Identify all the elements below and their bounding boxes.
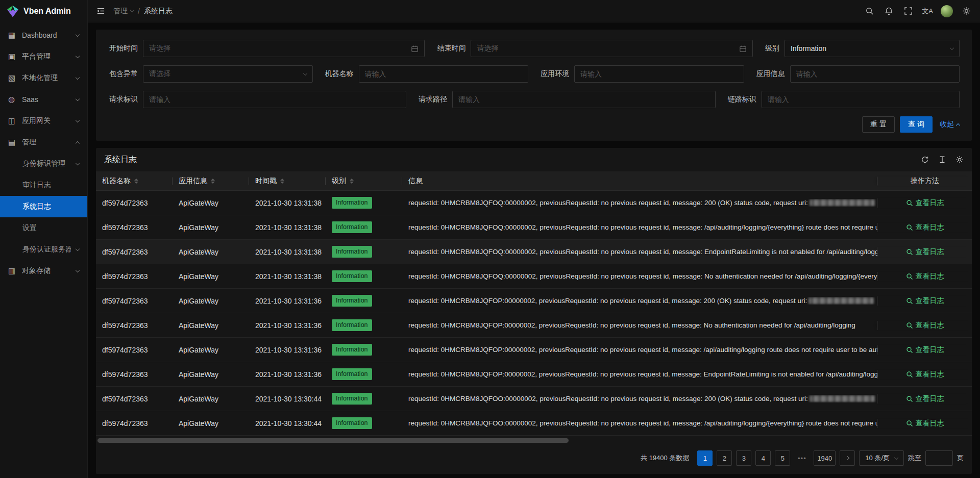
view-log-link[interactable]: 查看日志: [906, 345, 944, 355]
table-toolbar: [921, 156, 964, 164]
level-cell: Information: [326, 319, 402, 331]
notification-bell-icon[interactable]: [879, 0, 898, 22]
column-header-machine-name[interactable]: 机器名称: [96, 177, 173, 186]
menu-fold-icon[interactable]: [91, 0, 110, 22]
sort-icon[interactable]: [350, 179, 354, 184]
column-header-timestamp[interactable]: 时间戳: [249, 177, 326, 186]
page-button[interactable]: •••: [794, 450, 810, 466]
sidebar-item[interactable]: 设置: [0, 217, 87, 239]
view-log-link[interactable]: 查看日志: [906, 223, 944, 232]
app-info-cell: ApiGateWay: [173, 248, 249, 256]
table-row: df5974d72363 ApiGateWay 2021-10-30 13:31…: [96, 313, 972, 338]
chevron-down-icon: [76, 32, 80, 36]
app-environment-input[interactable]: [574, 65, 744, 83]
level-cell: Information: [326, 295, 402, 307]
sidebar-item[interactable]: ▥ 对象存储: [0, 260, 87, 282]
sidebar-item[interactable]: ▧ 本地化管理: [0, 67, 87, 89]
horizontal-scrollbar[interactable]: [97, 438, 970, 444]
page-button[interactable]: 2: [717, 450, 732, 466]
view-log-link[interactable]: 查看日志: [906, 296, 944, 306]
page-button[interactable]: 4: [755, 450, 771, 466]
view-log-link[interactable]: 查看日志: [906, 198, 944, 208]
view-log-link[interactable]: 查看日志: [906, 272, 944, 281]
level-badge: Information: [332, 246, 372, 258]
sidebar-item[interactable]: ◍ Saas: [0, 89, 87, 110]
column-settings-icon[interactable]: [955, 156, 964, 164]
avatar[interactable]: [937, 0, 957, 22]
chevron-down-icon: [76, 268, 80, 272]
fullscreen-icon[interactable]: [898, 0, 918, 22]
message-text: requestId: 0HMCRBM8JQFOP:00000002, previ…: [408, 370, 877, 378]
view-log-link[interactable]: 查看日志: [906, 394, 944, 404]
redacted-text: [808, 297, 874, 304]
breadcrumb-admin-label: 管理: [113, 7, 128, 16]
chevron-down-icon: [76, 54, 80, 58]
jump-page-input[interactable]: [925, 450, 953, 466]
level-select[interactable]: Information: [785, 40, 960, 57]
form-row-2: 包含异常 请选择 机器名称 应用环境: [108, 65, 960, 83]
page-button[interactable]: 3: [736, 450, 751, 466]
timestamp-cell: 2021-10-30 13:31:38: [249, 223, 326, 232]
sidebar-item[interactable]: 系统日志: [0, 196, 87, 217]
collapse-link[interactable]: 收起: [940, 120, 960, 129]
column-header-level[interactable]: 级别: [326, 177, 402, 186]
menu-item-label: 系统日志: [22, 202, 79, 211]
reset-button[interactable]: 重 置: [862, 116, 895, 133]
start-time-input[interactable]: 请选择: [143, 40, 425, 57]
table-row: df5974d72363 ApiGateWay 2021-10-30 13:30…: [96, 387, 972, 411]
sidebar-item[interactable]: ◫ 应用网关: [0, 110, 87, 132]
chevron-down-icon: [130, 8, 134, 12]
app-info-input[interactable]: [790, 65, 960, 83]
next-page-button[interactable]: [840, 450, 855, 466]
view-log-link[interactable]: 查看日志: [906, 419, 944, 428]
search-button[interactable]: 查 询: [900, 116, 933, 133]
page-button[interactable]: 1: [697, 450, 713, 466]
table-row: df5974d72363 ApiGateWay 2021-10-30 13:30…: [96, 411, 972, 436]
sidebar-item[interactable]: 身份认证服务器: [0, 239, 87, 260]
table-row: df5974d72363 ApiGateWay 2021-10-30 13:31…: [96, 289, 972, 313]
message-text: requestId: 0HMCRBM8JQFOQ:00000002, previ…: [408, 223, 877, 231]
sort-icon[interactable]: [134, 179, 138, 184]
trace-id-input[interactable]: [762, 91, 960, 108]
app-info-cell: ApiGateWay: [173, 297, 249, 305]
machine-name-input[interactable]: [359, 65, 529, 83]
chevron-down-icon: [303, 71, 307, 75]
translate-icon[interactable]: 文A: [918, 0, 937, 22]
actions-cell: 查看日志: [877, 223, 972, 232]
refresh-icon[interactable]: [921, 156, 929, 164]
sidebar-item[interactable]: 身份标识管理: [0, 153, 87, 174]
exception-select[interactable]: 请选择: [143, 65, 313, 83]
page-button[interactable]: 5: [775, 450, 790, 466]
search-icon[interactable]: [860, 0, 879, 22]
column-header-app-info[interactable]: 应用信息: [173, 177, 249, 186]
sidebar-item[interactable]: ▤ 管理: [0, 132, 87, 153]
logo[interactable]: Vben Admin: [0, 0, 87, 22]
breadcrumb-item-admin[interactable]: 管理: [113, 7, 134, 16]
timestamp-cell: 2021-10-30 13:31:38: [249, 248, 326, 256]
page-size-select[interactable]: 10 条/页: [859, 450, 904, 466]
table-row: df5974d72363 ApiGateWay 2021-10-30 13:31…: [96, 264, 972, 289]
sidebar-item[interactable]: ▦ Dashboard: [0, 24, 87, 46]
sidebar-item[interactable]: ▣ 平台管理: [0, 46, 87, 67]
scrollbar-thumb[interactable]: [97, 438, 569, 443]
sidebar-item[interactable]: 审计日志: [0, 174, 87, 196]
chevron-down-icon: [950, 45, 954, 49]
app-root: Vben Admin ▦ Dashboard ▣ 平台管理: [0, 0, 980, 478]
view-log-link[interactable]: 查看日志: [906, 370, 944, 379]
avatar-image: [941, 5, 953, 17]
sort-icon[interactable]: [211, 179, 215, 184]
exception-field: 包含异常 请选择: [108, 65, 313, 83]
view-log-link[interactable]: 查看日志: [906, 247, 944, 257]
request-path-input[interactable]: [452, 91, 716, 108]
settings-gear-icon[interactable]: [957, 0, 976, 22]
request-id-input[interactable]: [143, 91, 406, 108]
magnifier-icon: [906, 297, 913, 305]
message-cell: requestId: 0HMCRBM8JQFOP:00000002, previ…: [402, 321, 877, 329]
page-button[interactable]: 1940: [814, 450, 836, 466]
view-log-link[interactable]: 查看日志: [906, 321, 944, 330]
end-time-input[interactable]: 请选择: [471, 40, 752, 57]
collapse-label: 收起: [940, 120, 954, 129]
column-height-icon[interactable]: [938, 156, 946, 164]
sort-icon[interactable]: [280, 179, 284, 184]
menu-item-label: 对象存储: [22, 266, 71, 275]
